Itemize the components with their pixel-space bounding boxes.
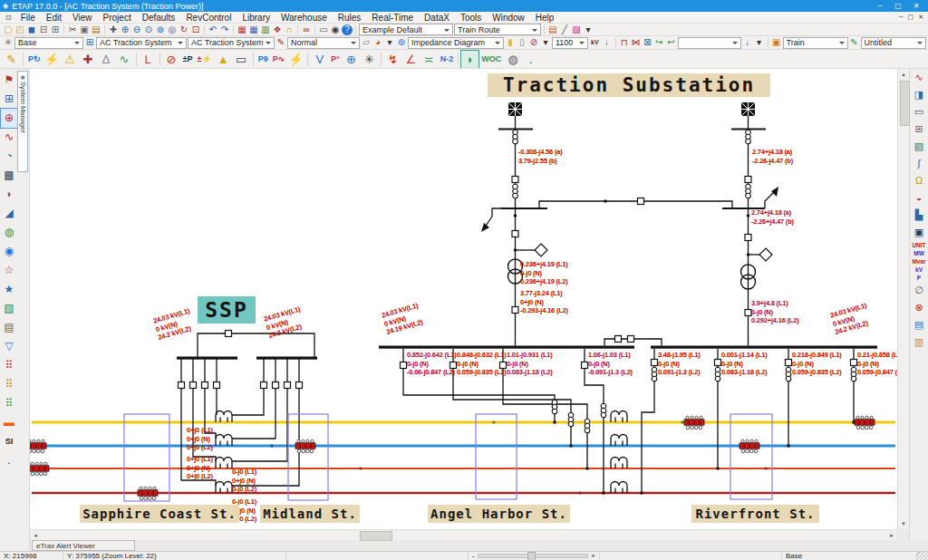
redo-icon[interactable]: ↷ xyxy=(219,24,230,35)
report-blue-icon[interactable]: ▤ xyxy=(911,316,928,333)
menu-datax[interactable]: DataX xyxy=(419,13,455,23)
menu-library[interactable]: Library xyxy=(237,13,276,23)
zoom-plus-button[interactable]: + xyxy=(591,552,595,560)
menu-rules[interactable]: Rules xyxy=(333,13,367,23)
revision-icon[interactable]: ✳ xyxy=(3,37,14,48)
ssp-bus-left[interactable] xyxy=(177,357,237,360)
control-panel-icon[interactable]: ▤ xyxy=(1,318,17,337)
menu-realtime[interactable]: Real-Time xyxy=(366,13,419,23)
gauge-icon[interactable]: ◒ xyxy=(911,189,928,207)
main-bus-right[interactable] xyxy=(651,346,877,349)
etrax-alert-viewer-tab[interactable]: eTrax Alert Viewer xyxy=(32,540,135,551)
hide-annotation-icon[interactable]: ⊘ xyxy=(528,37,539,48)
menu-help[interactable]: Help xyxy=(530,13,560,23)
zoom-slider-track[interactable] xyxy=(478,554,589,558)
arc-flash-icon[interactable]: ⚠ xyxy=(62,51,79,68)
unlock-icon[interactable]: ∩ xyxy=(284,24,295,35)
refresh-icon[interactable]: ↻ xyxy=(179,24,189,35)
apply-down-icon[interactable]: ↓ xyxy=(602,37,613,48)
find-icon[interactable]: ◉ xyxy=(330,24,341,35)
monitor-icon[interactable]: ▣ xyxy=(911,224,928,241)
zoom-window-icon[interactable]: ⊙ xyxy=(143,24,154,35)
menu-revcontrol[interactable]: RevControl xyxy=(180,13,237,23)
revision-dropdown[interactable]: Base xyxy=(14,37,83,49)
harmonics-icon[interactable]: ∿ xyxy=(116,51,133,68)
n-2-contingency-icon[interactable]: N-2 xyxy=(439,51,456,68)
meter-red-icon[interactable]: ⊓ xyxy=(619,37,630,48)
pan-icon[interactable]: ✚ xyxy=(108,24,119,35)
theme-colors-icon[interactable]: ▤ xyxy=(547,24,558,35)
star-view-b-icon[interactable]: ★ xyxy=(1,280,17,299)
system-manager-tab[interactable]: ◉ System Manager xyxy=(17,71,28,172)
menu-warehouse[interactable]: Warehouse xyxy=(276,13,333,23)
load-analyzer-icon[interactable]: P9 xyxy=(256,51,270,68)
scroll-right-icon[interactable]: ► xyxy=(886,531,897,540)
edit-mode-icon[interactable]: ✎ xyxy=(3,51,20,68)
keypad-icon[interactable]: ⊞ xyxy=(911,121,928,138)
train-symbol[interactable] xyxy=(740,439,759,453)
main-bus-left[interactable] xyxy=(379,346,634,349)
star-view-a-icon[interactable]: ☆ xyxy=(1,261,17,280)
plot-curves-icon[interactable]: ∿ xyxy=(911,69,928,86)
kv-dropdown[interactable]: 1100 xyxy=(552,37,588,49)
open-icon[interactable]: ◰ xyxy=(14,24,25,35)
presentation-icon[interactable]: ⊛ xyxy=(396,37,407,48)
status-pencil-icon[interactable]: ✎ xyxy=(276,37,286,48)
sequence-of-operation-icon[interactable]: ⚡ xyxy=(287,51,304,68)
utility-source-icon[interactable] xyxy=(741,102,755,116)
train-zone[interactable] xyxy=(288,414,328,500)
minimize-button[interactable]: ─ xyxy=(875,2,885,10)
menu-project[interactable]: Project xyxy=(98,13,137,23)
horizontal-scrollbar[interactable]: ◄ ► xyxy=(30,529,897,540)
zoom-fit-icon[interactable]: ⊚ xyxy=(155,24,166,35)
overview-window-icon[interactable]: ⊡ xyxy=(190,24,201,35)
meter-bowtie-icon[interactable]: ⋈ xyxy=(631,37,642,48)
scroll-up-icon[interactable]: ▲ xyxy=(898,69,909,80)
presentation-dropdown[interactable]: Impedance Diagram xyxy=(408,37,504,49)
maximize-button[interactable]: ▢ xyxy=(893,2,904,10)
route-map-icon[interactable]: ▧ xyxy=(911,138,928,155)
report-orange-icon[interactable]: ▥ xyxy=(911,333,928,351)
zoom-slider[interactable]: - + xyxy=(468,552,600,560)
railcars-icon[interactable]: ▭ xyxy=(911,103,928,121)
train-zone[interactable] xyxy=(476,414,517,499)
web-globe-icon[interactable]: ◍ xyxy=(504,51,521,68)
switching-sequence-icon[interactable]: ↯ xyxy=(384,51,401,68)
scroll-left-icon[interactable]: ◄ xyxy=(30,531,41,540)
device-coordination-icon[interactable]: ✚ xyxy=(80,51,97,68)
paste-icon[interactable]: ▤ xyxy=(91,24,102,35)
alarm-dots-green-icon[interactable]: ⠿ xyxy=(1,394,17,413)
help-icon[interactable]: ? xyxy=(342,24,353,35)
load-flow-icon[interactable]: P↻ xyxy=(26,51,43,68)
short-circuit-icon[interactable]: ⚡ xyxy=(44,51,61,68)
zoom-out-icon[interactable]: ⊖ xyxy=(131,24,142,35)
train-symbol[interactable] xyxy=(295,439,315,453)
new-icon[interactable]: ▢ xyxy=(3,24,14,35)
p-label-icon[interactable]: P xyxy=(908,274,928,282)
pointer-tool-icon[interactable]: ◢ xyxy=(1,204,17,223)
cable-thermal-icon[interactable]: P∿ xyxy=(271,51,287,68)
save-icon[interactable]: ◼ xyxy=(26,24,37,35)
zoom-in-icon[interactable]: ⊕ xyxy=(120,24,130,35)
transient-stability-icon[interactable]: ∆ xyxy=(98,51,115,68)
meter-blue-icon[interactable]: ⊠ xyxy=(643,37,653,48)
mdi-document-icon[interactable]: ⊡ xyxy=(2,14,15,22)
star-protection-icon[interactable]: ⊘ xyxy=(163,51,180,68)
unbalanced-icon[interactable]: ▲ xyxy=(215,51,232,68)
voltage-curve-icon[interactable]: V xyxy=(311,51,328,68)
one-line-diagram-canvas[interactable]: -0.308-j4.56 (a)3.79-j2.55 (b)2.74+j4.18… xyxy=(30,69,897,529)
earth-globe-icon[interactable]: ◉ xyxy=(1,242,17,261)
si-units-icon[interactable]: SI xyxy=(0,432,19,451)
overflow-icon[interactable]: . xyxy=(522,51,539,68)
device-curves-icon[interactable]: ∿ xyxy=(1,128,17,147)
dot-matrix-icon[interactable]: ▩ xyxy=(1,166,17,185)
meter-icon[interactable] xyxy=(759,248,772,261)
etrax-train-mode-icon[interactable]: ◗ xyxy=(461,51,478,68)
horizontal-scroll-thumb[interactable] xyxy=(360,531,392,541)
more-options-icon[interactable]: ▾ xyxy=(583,24,594,35)
resize-grip[interactable] xyxy=(917,552,928,560)
zoom-slider-thumb[interactable] xyxy=(527,552,536,560)
angle-study-icon[interactable]: ∠ xyxy=(402,51,420,68)
optimal-power-flow-icon[interactable]: ±P xyxy=(181,51,195,68)
utility-source-icon[interactable] xyxy=(508,102,522,116)
